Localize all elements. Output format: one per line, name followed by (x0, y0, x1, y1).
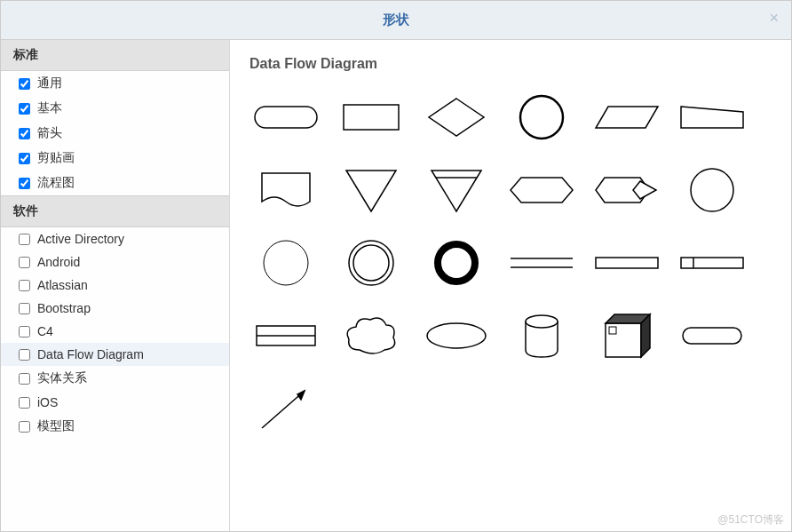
sidebar-item-label: 基本 (37, 100, 62, 116)
shape-circle[interactable] (676, 161, 748, 219)
library-checkbox-clipart[interactable] (19, 153, 30, 164)
library-checkbox-c4[interactable] (19, 326, 30, 337)
svg-marker-5 (681, 107, 743, 128)
sidebar-item-c4[interactable]: C4 (1, 320, 229, 343)
sidebar-item-label: 剪贴画 (37, 150, 75, 166)
sidebar-item-clipart[interactable]: 剪贴画 (1, 146, 229, 171)
library-checkbox-flowchart[interactable] (19, 178, 30, 189)
svg-rect-1 (344, 105, 399, 130)
shape-circle-bold[interactable] (505, 88, 578, 147)
svg-marker-32 (297, 391, 305, 400)
sidebar-item-label: Data Flow Diagram (37, 347, 144, 361)
sidebar-item-label: C4 (37, 324, 53, 338)
shape-grid (249, 88, 772, 438)
svg-point-15 (353, 245, 389, 281)
svg-point-12 (691, 169, 733, 211)
svg-marker-2 (429, 99, 484, 136)
sidebar-item-general[interactable]: 通用 (1, 71, 229, 96)
library-checkbox-bootstrap[interactable] (19, 303, 30, 314)
svg-marker-11 (633, 181, 656, 199)
svg-point-24 (427, 323, 486, 348)
shape-rectangle[interactable] (335, 88, 408, 147)
shape-stadium[interactable] (676, 306, 748, 365)
library-checkbox-basic[interactable] (19, 103, 30, 115)
sidebar-item-label: Atlassian (37, 278, 88, 292)
svg-rect-30 (683, 328, 741, 344)
shape-document[interactable] (249, 161, 322, 219)
shape-diamond[interactable] (420, 88, 493, 147)
shapes-dialog: 形状 × 标准通用基本箭头剪贴画流程图软件Active DirectoryAnd… (0, 0, 792, 532)
shape-cloud[interactable] (335, 306, 408, 365)
shape-triangle-band[interactable] (420, 161, 493, 219)
svg-marker-7 (432, 171, 481, 211)
sidebar-item-label: Android (37, 255, 80, 269)
shape-cylinder[interactable] (505, 306, 578, 365)
library-checkbox-atlassian[interactable] (19, 280, 30, 291)
shape-circle-double[interactable] (335, 234, 408, 292)
svg-marker-9 (511, 178, 573, 202)
sidebar-item-arrows[interactable]: 箭头 (1, 121, 229, 146)
sidebar-item-bootstrap[interactable]: Bootstrap (1, 297, 229, 320)
section-header: 软件 (1, 195, 229, 227)
shape-rounded-rect[interactable] (249, 88, 322, 147)
svg-point-14 (349, 241, 393, 285)
sidebar-item-label: iOS (37, 395, 58, 409)
library-checkbox-ad[interactable] (19, 234, 30, 245)
dialog-header: 形状 × (1, 1, 791, 40)
svg-rect-20 (681, 258, 743, 268)
library-checkbox-dfd[interactable] (19, 349, 30, 361)
sidebar-item-label: 模型图 (37, 418, 75, 434)
svg-marker-6 (346, 171, 396, 211)
svg-rect-26 (606, 323, 641, 357)
sidebar-item-label: 流程图 (37, 175, 75, 191)
sidebar-item-atlassian[interactable]: Atlassian (1, 274, 229, 297)
dialog-title: 形状 (383, 12, 409, 28)
watermark: @51CTO博客 (717, 512, 784, 528)
library-checkbox-general[interactable] (19, 78, 30, 90)
close-icon[interactable]: × (769, 10, 779, 26)
library-checkbox-mockup[interactable] (19, 421, 30, 433)
shape-preview-pane: Data Flow Diagram (230, 40, 791, 531)
shape-trapezoid[interactable] (676, 88, 748, 147)
sidebar-item-dfd[interactable]: Data Flow Diagram (1, 343, 229, 366)
shape-hex-overlap[interactable] (590, 161, 663, 219)
svg-point-16 (438, 244, 475, 282)
shape-circle-thin[interactable] (249, 234, 322, 292)
sidebar-item-ios[interactable]: iOS (1, 391, 229, 414)
shape-split-rect[interactable] (676, 234, 748, 292)
sidebar-item-label: 通用 (37, 75, 62, 91)
shape-arrow[interactable] (249, 379, 322, 438)
library-checkbox-android[interactable] (19, 257, 30, 268)
shape-half-rect[interactable] (249, 306, 322, 365)
library-checkbox-ios[interactable] (19, 397, 30, 409)
shape-two-lines[interactable] (505, 234, 578, 292)
sidebar-item-ad[interactable]: Active Directory (1, 227, 229, 250)
preview-title: Data Flow Diagram (249, 56, 772, 72)
shape-library-sidebar[interactable]: 标准通用基本箭头剪贴画流程图软件Active DirectoryAndroidA… (1, 40, 230, 531)
sidebar-item-android[interactable]: Android (1, 250, 229, 274)
svg-marker-4 (596, 107, 658, 128)
shape-long-rect[interactable] (590, 234, 663, 292)
sidebar-item-mockup[interactable]: 模型图 (1, 414, 229, 439)
shape-hexagon[interactable] (505, 161, 578, 219)
shape-triangle-down[interactable] (335, 161, 408, 219)
sidebar-item-label: Bootstrap (37, 301, 91, 315)
shape-ellipse[interactable] (420, 306, 493, 365)
svg-rect-19 (596, 258, 658, 268)
sidebar-item-flowchart[interactable]: 流程图 (1, 171, 229, 195)
shape-cube[interactable] (590, 306, 663, 365)
dialog-body: 标准通用基本箭头剪贴画流程图软件Active DirectoryAndroidA… (1, 40, 791, 531)
library-checkbox-er[interactable] (19, 373, 30, 385)
shape-ring-thick[interactable] (420, 234, 493, 292)
sidebar-item-label: Active Directory (37, 232, 124, 246)
library-checkbox-arrows[interactable] (19, 128, 30, 139)
svg-point-13 (264, 241, 308, 285)
sidebar-item-label: 实体关系 (37, 370, 87, 386)
shape-parallelogram[interactable] (590, 88, 663, 147)
sidebar-item-basic[interactable]: 基本 (1, 96, 229, 121)
sidebar-item-er[interactable]: 实体关系 (1, 366, 229, 391)
svg-point-25 (526, 315, 558, 328)
svg-point-3 (520, 96, 563, 139)
svg-rect-0 (255, 107, 317, 128)
section-header: 标准 (1, 40, 229, 71)
